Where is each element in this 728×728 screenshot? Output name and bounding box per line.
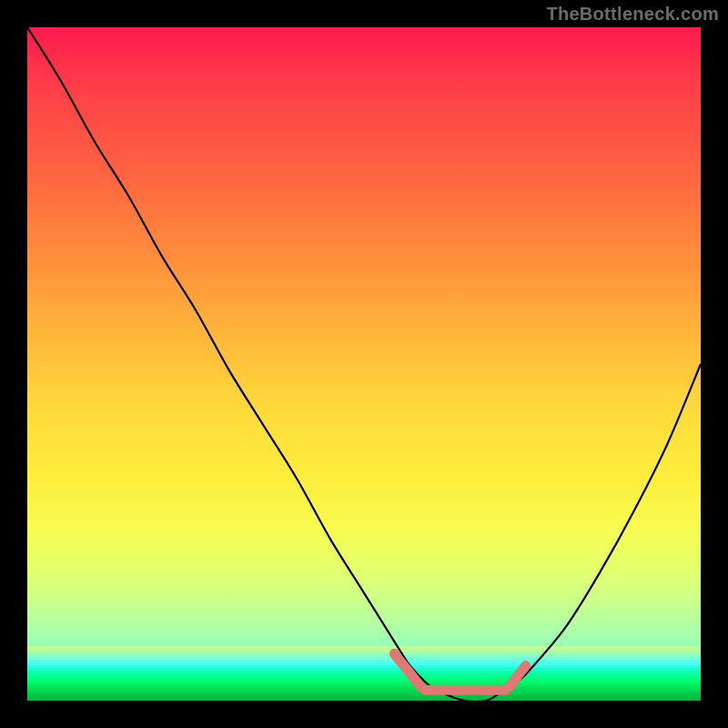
plot-area: [27, 27, 701, 701]
svg-line-0: [394, 653, 421, 687]
watermark-text: TheBottleneck.com: [546, 4, 719, 25]
bottleneck-curve: [27, 27, 701, 701]
curve-path: [27, 27, 701, 701]
curve-highlight: [394, 653, 525, 690]
chart-frame: TheBottleneck.com: [0, 0, 728, 728]
svg-line-2: [509, 666, 526, 688]
